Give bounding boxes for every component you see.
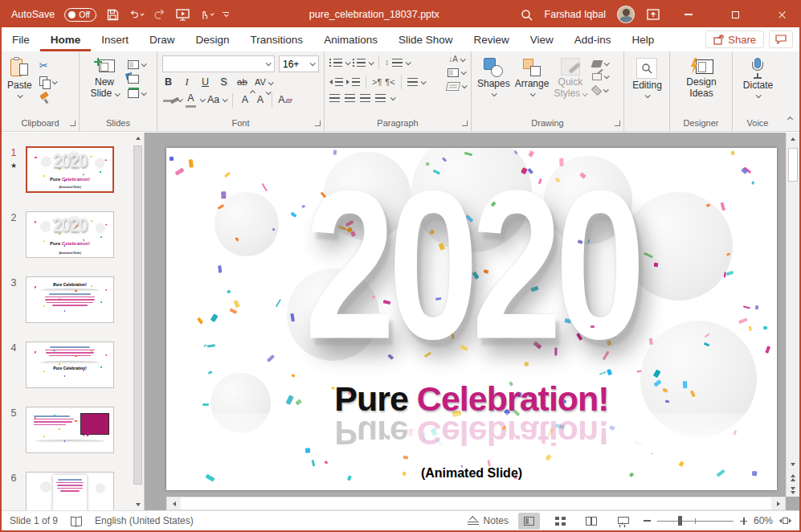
thumbnail-item-1[interactable]: 1★ 2020 Pure Celebration! (Animated Slid… bbox=[2, 146, 114, 193]
bullets-dropdown-icon[interactable] bbox=[345, 59, 351, 65]
account-name[interactable]: Farshad Iqbal bbox=[545, 9, 606, 20]
scroll-left-icon[interactable] bbox=[167, 497, 181, 509]
reset-slide-button[interactable] bbox=[128, 75, 139, 84]
animation-star-icon[interactable]: ★ bbox=[2, 162, 26, 170]
clear-formatting-button[interactable]: A bbox=[278, 94, 291, 106]
font-color-button[interactable]: A bbox=[185, 92, 197, 108]
underline-button[interactable]: U bbox=[199, 76, 211, 88]
scroll-right-icon[interactable] bbox=[771, 497, 785, 509]
change-case-dropdown-icon[interactable] bbox=[223, 96, 228, 102]
decrease-indent-button[interactable] bbox=[329, 78, 343, 86]
align-right-button[interactable] bbox=[360, 94, 370, 102]
line-spacing-dropdown-icon[interactable] bbox=[406, 59, 411, 65]
thumbnail-slide-5[interactable] bbox=[26, 407, 114, 453]
maximize-button[interactable] bbox=[717, 2, 753, 27]
language-indicator[interactable]: English (United States) bbox=[95, 515, 194, 526]
slide-layout-button[interactable] bbox=[128, 60, 145, 69]
scroll-down-icon[interactable] bbox=[787, 458, 799, 471]
thumbnail-item-3[interactable]: 3 Pure Celebration! bbox=[2, 276, 114, 323]
grow-font-button[interactable]: A bbox=[239, 94, 251, 106]
vertical-scroll-thumb[interactable] bbox=[788, 148, 798, 182]
autosave-toggle[interactable]: Off bbox=[64, 8, 96, 22]
align-dropdown-icon[interactable] bbox=[390, 95, 396, 100]
design-ideas-button[interactable]: DesignIdeas bbox=[685, 56, 717, 100]
touch-mode-dropdown-icon[interactable] bbox=[210, 12, 214, 16]
avatar[interactable] bbox=[617, 6, 635, 23]
slide-counter[interactable]: Slide 1 of 9 bbox=[10, 515, 58, 526]
text-shadow-button[interactable]: S bbox=[218, 76, 230, 88]
thumbnail-scroll-down-icon[interactable] bbox=[133, 499, 143, 510]
shapes-button[interactable]: Shapes bbox=[476, 56, 511, 100]
start-slideshow-icon[interactable] bbox=[176, 8, 190, 22]
columns-dropdown-icon[interactable] bbox=[420, 79, 426, 84]
shape-effects-button[interactable] bbox=[592, 86, 607, 95]
format-painter-button[interactable] bbox=[39, 93, 51, 100]
slide-caption-text[interactable]: (Animated Slide) bbox=[166, 466, 777, 481]
customize-toolbar-icon[interactable] bbox=[223, 12, 229, 17]
ribbon-display-options-icon[interactable] bbox=[646, 8, 660, 22]
tab-file[interactable]: File bbox=[2, 27, 40, 51]
font-name-combo[interactable] bbox=[162, 55, 275, 72]
drawing-dialog-launcher[interactable] bbox=[615, 121, 620, 126]
align-center-button[interactable] bbox=[345, 94, 355, 102]
character-spacing-button[interactable]: AV bbox=[255, 76, 272, 88]
spellcheck-icon[interactable] bbox=[71, 517, 82, 526]
share-button[interactable]: Share bbox=[705, 31, 764, 48]
font-size-input[interactable] bbox=[280, 59, 310, 70]
thumbnail-scroll-up-icon[interactable] bbox=[133, 133, 143, 144]
undo-dropdown-icon[interactable] bbox=[141, 12, 145, 16]
shape-outline-button[interactable] bbox=[592, 73, 608, 80]
tab-addins[interactable]: Add-ins bbox=[564, 27, 622, 51]
clipboard-dialog-launcher[interactable] bbox=[70, 121, 76, 126]
thumbnail-scrollbar[interactable] bbox=[133, 133, 143, 510]
notes-button[interactable]: Notes bbox=[468, 515, 509, 526]
tab-review[interactable]: Review bbox=[463, 27, 519, 51]
comments-button[interactable] bbox=[769, 31, 793, 48]
thumbnail-item-2[interactable]: 2 2020 Pure Celebration! (Animated Slide… bbox=[2, 211, 114, 258]
font-dialog-launcher[interactable] bbox=[315, 121, 321, 126]
convert-smartart-button[interactable] bbox=[447, 82, 466, 91]
slide-title-text[interactable]: Pure Celebration! bbox=[166, 379, 777, 419]
horizontal-scrollbar[interactable] bbox=[166, 497, 786, 510]
normal-view-button[interactable] bbox=[518, 513, 540, 530]
thumbnail-item-6[interactable]: 6 bbox=[2, 472, 114, 510]
paste-button[interactable]: Paste bbox=[6, 56, 33, 100]
thumbnail-slide-4[interactable]: Pure Celebration! bbox=[26, 342, 114, 388]
tab-animations[interactable]: Animations bbox=[313, 27, 388, 51]
search-icon[interactable] bbox=[520, 8, 533, 22]
shrink-font-button[interactable]: A bbox=[254, 94, 266, 106]
line-spacing-button[interactable]: ↕ bbox=[385, 59, 389, 67]
bold-button[interactable]: B bbox=[162, 76, 174, 88]
font-color-dropdown-icon[interactable] bbox=[200, 96, 206, 102]
paragraph-dialog-launcher[interactable] bbox=[462, 121, 468, 126]
save-icon[interactable] bbox=[106, 8, 120, 22]
new-slide-button[interactable]: NewSlide bbox=[84, 56, 125, 100]
align-text-button[interactable] bbox=[447, 68, 465, 77]
zoom-slider[interactable] bbox=[657, 515, 734, 526]
tab-slideshow[interactable]: Slide Show bbox=[388, 27, 464, 51]
italic-button[interactable]: I bbox=[181, 76, 193, 88]
slide-sorter-view-button[interactable] bbox=[550, 513, 571, 530]
dictate-button[interactable]: Dictate bbox=[742, 56, 774, 100]
tab-draw[interactable]: Draw bbox=[139, 27, 186, 51]
previous-slide-button[interactable] bbox=[787, 471, 799, 484]
arrange-button[interactable]: Arrange bbox=[514, 56, 550, 100]
fit-to-window-button[interactable] bbox=[779, 516, 791, 526]
zoom-level[interactable]: 60% bbox=[754, 515, 773, 526]
columns-button[interactable] bbox=[407, 78, 418, 86]
justify-button[interactable] bbox=[375, 94, 386, 102]
tab-help[interactable]: Help bbox=[622, 27, 665, 51]
thumbnail-item-5[interactable]: 5 bbox=[2, 407, 114, 453]
scroll-up-icon[interactable] bbox=[787, 133, 799, 145]
numbering-button[interactable] bbox=[353, 59, 366, 67]
thumbnail-scroll-thumb[interactable] bbox=[133, 145, 142, 485]
ltr-button[interactable]: >¶ bbox=[372, 78, 382, 87]
highlight-dropdown-icon[interactable] bbox=[178, 96, 183, 102]
next-slide-button[interactable] bbox=[787, 484, 799, 497]
tab-view[interactable]: View bbox=[520, 27, 564, 51]
section-button[interactable] bbox=[128, 89, 145, 98]
strikethrough-button[interactable]: ab bbox=[236, 76, 248, 88]
align-left-button[interactable] bbox=[329, 94, 340, 102]
cut-button[interactable]: ✂ bbox=[39, 60, 48, 71]
copy-button[interactable] bbox=[39, 76, 56, 88]
